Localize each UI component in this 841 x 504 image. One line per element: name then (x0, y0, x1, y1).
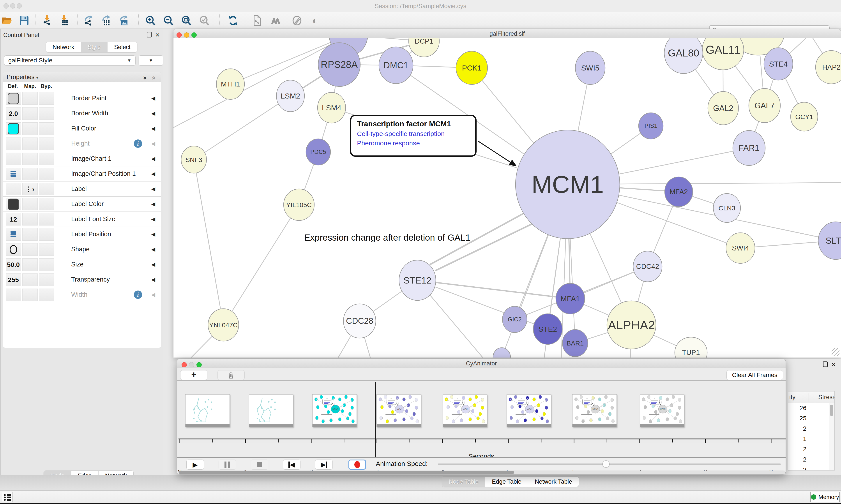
import-table-icon[interactable] (58, 15, 70, 26)
frame-thumbnail-8[interactable]: MCM1 (640, 394, 684, 427)
zoom-out-icon[interactable] (163, 15, 174, 26)
mapping-cell[interactable] (22, 213, 38, 226)
show-graphics-icon[interactable]: ◐ (309, 15, 321, 26)
frame-thumbnail-3[interactable]: MCM1 (312, 394, 357, 427)
timeline-playhead[interactable] (375, 382, 376, 463)
mapping-cell[interactable] (22, 243, 38, 256)
bypass-cell[interactable] (39, 122, 54, 135)
column-header[interactable]: Stress (818, 394, 835, 401)
mapping-cell[interactable] (22, 92, 38, 105)
tab-node-table[interactable]: Node Table (442, 476, 485, 487)
stop-button[interactable] (251, 460, 268, 470)
network-edge[interactable] (223, 205, 299, 325)
tab-network[interactable]: Network (46, 42, 81, 52)
network-edge[interactable] (194, 96, 290, 160)
bypass-cell[interactable] (39, 228, 54, 240)
frame-thumbnail-4[interactable]: MCM1 (376, 394, 421, 427)
float-panel-icon[interactable] (147, 32, 151, 37)
previous-frame-button[interactable]: ◀ (283, 460, 301, 470)
default-value-cell[interactable] (6, 152, 21, 165)
play-button[interactable]: ▶ (186, 460, 204, 470)
network-node-pbottom[interactable] (493, 348, 511, 358)
bypass-cell[interactable] (39, 138, 54, 150)
cyanimator-titlebar[interactable]: CyAnimator (177, 359, 786, 368)
zoom-selected-icon[interactable] (199, 15, 210, 26)
export-network-icon[interactable] (83, 15, 94, 26)
mapping-cell[interactable] (22, 273, 38, 286)
mapping-cell[interactable] (22, 138, 38, 150)
column-header[interactable]: ity (789, 394, 795, 401)
mapping-cell[interactable]: ⋮› (22, 183, 38, 195)
default-value-cell[interactable] (6, 243, 21, 256)
table-cell[interactable]: 2 (788, 444, 809, 454)
annotation-link[interactable]: Cell-type-specific transcription (357, 130, 475, 138)
style-selector-dropdown[interactable]: galFiltered Style ▼ (4, 55, 136, 66)
table-cell[interactable]: 2 (788, 454, 809, 465)
network-edge[interactable] (194, 160, 223, 325)
default-value-cell[interactable]: 12 (6, 213, 21, 226)
resize-grip[interactable] (831, 348, 839, 356)
expand-row-icon[interactable]: ◀ (151, 141, 155, 147)
mapping-cell[interactable] (22, 198, 38, 211)
expand-row-icon[interactable]: ◀ (151, 125, 155, 131)
network-snapshot-icon[interactable] (251, 15, 263, 26)
mapping-cell[interactable] (22, 228, 38, 240)
close-panel-icon[interactable]: ✕ (155, 32, 160, 38)
pause-button[interactable] (219, 460, 236, 470)
frame-thumbnail-6[interactable]: MCM1 (506, 394, 551, 427)
table-cell[interactable]: 1 (788, 434, 809, 444)
default-value-cell[interactable] (6, 138, 21, 150)
frame-thumbnail-5[interactable]: MCM1 (443, 394, 487, 427)
default-value-cell[interactable]: 2.0 (6, 107, 21, 120)
expand-row-icon[interactable]: ◀ (151, 262, 155, 268)
export-table-icon[interactable] (100, 15, 112, 26)
next-frame-button[interactable]: ▶ (315, 460, 333, 470)
tab-network-table[interactable]: Network Table (528, 476, 579, 487)
expand-all-icon[interactable]: » (141, 76, 150, 80)
default-value-cell[interactable]: 50.0 (6, 258, 21, 271)
table-cell[interactable]: 26 (788, 403, 809, 413)
show-panels-button[interactable] (2, 492, 13, 502)
expand-row-icon[interactable]: ◀ (151, 110, 155, 116)
annotation-link[interactable]: Pheromone response (357, 140, 475, 147)
table-cell[interactable]: 2 (788, 465, 809, 470)
network-edge[interactable] (435, 223, 534, 271)
expand-row-icon[interactable]: ◀ (151, 156, 155, 162)
expand-row-icon[interactable]: ◀ (151, 231, 155, 237)
import-network-icon[interactable] (41, 15, 53, 26)
table-scrollbar[interactable] (829, 403, 835, 470)
expand-row-icon[interactable]: ◀ (151, 186, 155, 192)
float-panel-icon[interactable] (823, 361, 828, 367)
network-canvas[interactable]: GAL11GAL80DCP1RPS28ADMC1PCK1MTH1LSM2LSM4… (174, 38, 841, 358)
animation-speed-slider-thumb[interactable] (603, 461, 609, 467)
bypass-cell[interactable] (39, 107, 54, 120)
bypass-cell[interactable] (39, 243, 54, 256)
tab-select[interactable]: Select (108, 42, 137, 52)
mapping-cell[interactable] (22, 289, 38, 301)
default-value-cell[interactable] (6, 198, 21, 211)
style-options-button[interactable]: ▼ (139, 55, 163, 66)
save-session-icon[interactable] (18, 15, 30, 26)
bypass-cell[interactable] (39, 198, 54, 211)
frame-thumbnail-7[interactable]: MCM1 (572, 394, 617, 427)
network-caption[interactable]: Expression change after deletion of GAL1 (304, 233, 470, 243)
first-neighbors-icon[interactable] (270, 15, 282, 26)
export-image-icon[interactable] (118, 15, 129, 26)
default-value-cell[interactable] (6, 289, 21, 301)
default-value-cell[interactable]: 255 (6, 273, 21, 286)
expand-row-icon[interactable]: ◀ (151, 246, 155, 252)
record-button[interactable] (348, 460, 366, 470)
network-edge[interactable] (417, 280, 570, 299)
node-table[interactable]: ity Stress 26252122222 (788, 391, 835, 470)
default-value-cell[interactable] (6, 168, 21, 180)
tab-style[interactable]: Style (81, 42, 108, 52)
timeline-scrollbar-thumb[interactable] (179, 471, 514, 474)
bypass-cell[interactable] (39, 289, 54, 301)
delete-frame-button[interactable] (217, 370, 245, 380)
mapping-cell[interactable] (22, 258, 38, 271)
expand-row-icon[interactable]: ◀ (151, 95, 155, 101)
column-divider[interactable] (809, 393, 809, 401)
mapping-cell[interactable] (22, 168, 38, 180)
timeline-scrollbar[interactable] (178, 470, 785, 474)
info-icon[interactable]: i (134, 290, 142, 299)
